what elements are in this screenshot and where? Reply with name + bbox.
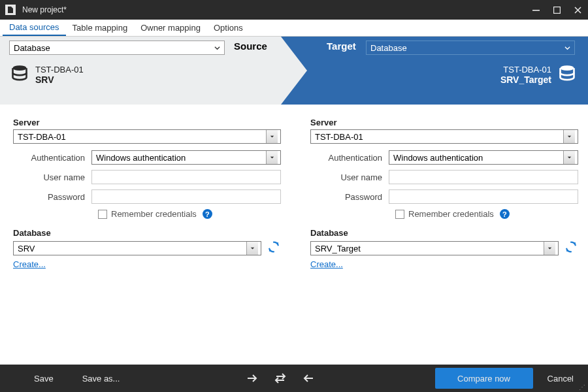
database-icon	[558, 64, 576, 85]
chevron-down-icon	[563, 151, 575, 164]
svg-point-4	[561, 65, 574, 71]
server-label: Server	[310, 118, 578, 127]
user-label: User name	[13, 172, 91, 182]
password-label: Password	[310, 192, 389, 202]
chevron-down-icon	[563, 130, 575, 143]
tab-bar: Data sources Table mapping Owner mapping…	[0, 20, 588, 37]
help-icon[interactable]: ?	[500, 209, 510, 219]
chevron-down-icon	[564, 43, 570, 53]
window-title: New project*	[22, 5, 525, 14]
source-database-value: SRV	[18, 244, 35, 253]
target-remember-checkbox[interactable]: Remember credentials ?	[395, 209, 578, 219]
save-button[interactable]: Save	[20, 368, 68, 389]
target-user-input[interactable]	[389, 170, 578, 184]
svg-rect-1	[532, 10, 540, 11]
refresh-button[interactable]	[267, 240, 281, 257]
chevron-down-icon	[214, 43, 220, 53]
save-as-button[interactable]: Save as...	[68, 368, 135, 389]
minimize-button[interactable]	[525, 0, 546, 20]
remember-label: Remember credentials	[111, 209, 197, 219]
source-summary-server: TST-DBA-01	[35, 65, 84, 74]
remember-label: Remember credentials	[408, 209, 494, 219]
auth-label: Authentication	[13, 153, 91, 163]
target-type-select[interactable]: Database	[366, 41, 575, 55]
source-create-link[interactable]: Create...	[13, 259, 46, 269]
target-form: Server TST-DBA-01 Authentication Windows…	[310, 118, 578, 270]
refresh-button[interactable]	[564, 240, 578, 257]
svg-point-3	[13, 65, 27, 71]
auth-label: Authentication	[310, 153, 389, 163]
database-icon	[10, 64, 29, 85]
tab-data-sources[interactable]: Data sources	[3, 20, 66, 36]
chevron-down-icon	[544, 242, 555, 255]
target-pass-input[interactable]	[389, 189, 578, 204]
source-form: Server TST-DBA-01 Authentication Windows…	[13, 118, 281, 270]
source-user-input[interactable]	[91, 170, 281, 184]
chevron-down-icon	[266, 151, 278, 164]
target-server-value: TST-DBA-01	[315, 132, 363, 142]
source-database-select[interactable]: SRV	[13, 241, 261, 255]
target-summary-db: SRV_Target	[500, 74, 551, 85]
database-label: Database	[13, 228, 281, 238]
target-database-select[interactable]: SRV_Target	[310, 241, 559, 255]
arrow-right-button[interactable]	[238, 368, 266, 389]
target-server-select[interactable]: TST-DBA-01	[310, 129, 578, 144]
source-heading: Source	[234, 41, 267, 52]
target-type-value: Database	[370, 43, 407, 53]
source-server-select[interactable]: TST-DBA-01	[13, 129, 281, 144]
checkbox-icon	[395, 210, 404, 219]
database-label: Database	[310, 228, 578, 238]
server-label: Server	[13, 118, 281, 127]
maximize-button[interactable]	[546, 0, 567, 20]
source-auth-value: Windows authentication	[96, 153, 186, 163]
checkbox-icon	[98, 210, 107, 219]
compare-now-button[interactable]: Compare now	[435, 368, 533, 389]
chevron-down-icon	[266, 130, 278, 143]
source-auth-select[interactable]: Windows authentication	[91, 150, 281, 165]
svg-rect-2	[553, 7, 560, 13]
source-server-value: TST-DBA-01	[18, 132, 66, 142]
tab-owner-mapping[interactable]: Owner mapping	[134, 20, 207, 36]
source-remember-checkbox[interactable]: Remember credentials ?	[98, 209, 281, 219]
help-icon[interactable]: ?	[203, 209, 212, 219]
source-type-select[interactable]: Database	[9, 41, 225, 55]
source-summary-db: SRV	[35, 74, 84, 85]
source-pass-input[interactable]	[91, 189, 281, 204]
target-heading: Target	[327, 41, 356, 52]
resize-grip-icon[interactable]: ⋰	[579, 384, 587, 391]
tab-options[interactable]: Options	[207, 20, 250, 36]
password-label: Password	[13, 192, 91, 202]
chevron-down-icon	[246, 242, 258, 255]
target-auth-value: Windows authentication	[393, 153, 483, 163]
arrow-left-button[interactable]	[295, 368, 322, 389]
source-type-value: Database	[14, 43, 50, 53]
app-logo	[4, 3, 17, 16]
target-summary-server: TST-DBA-01	[500, 65, 551, 74]
target-create-link[interactable]: Create...	[310, 259, 343, 269]
swap-button[interactable]	[266, 368, 295, 389]
target-database-value: SRV_Target	[315, 244, 361, 253]
user-label: User name	[310, 172, 389, 182]
close-button[interactable]	[567, 0, 588, 20]
target-auth-select[interactable]: Windows authentication	[389, 150, 578, 165]
tab-table-mapping[interactable]: Table mapping	[66, 20, 135, 36]
